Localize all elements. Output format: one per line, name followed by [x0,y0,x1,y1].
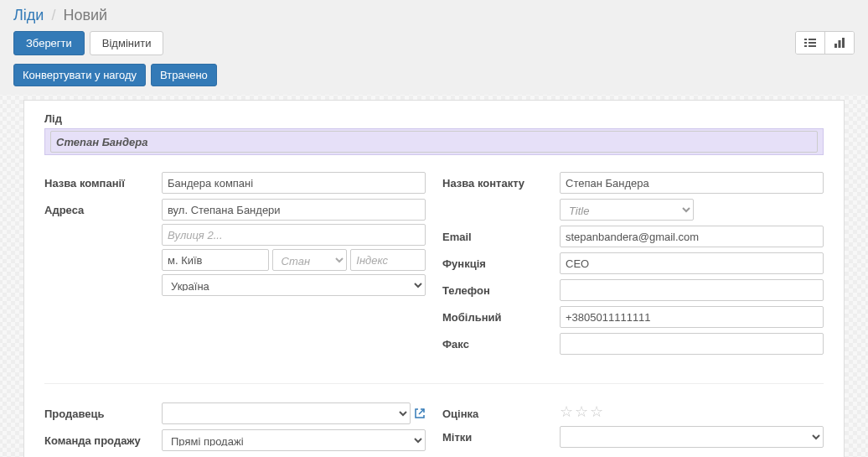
chart-view-button[interactable] [825,32,854,54]
email-label: Email [442,226,560,243]
list-icon [804,37,816,49]
function-input[interactable] [560,252,824,274]
breadcrumb-current: Новий [63,7,107,23]
save-button[interactable]: Зберегти [13,31,85,55]
svg-rect-1 [809,39,816,40]
company-input[interactable] [162,172,426,194]
svg-rect-0 [804,39,807,40]
email-input[interactable] [560,226,824,247]
contact-label: Назва контакту [442,172,560,190]
tags-select[interactable] [560,426,824,448]
svg-rect-3 [809,42,816,44]
company-label: Назва компанії [44,172,162,190]
city-input[interactable] [162,249,269,271]
country-select[interactable]: Україна [162,274,426,296]
view-switcher [795,31,855,55]
breadcrumb-parent[interactable]: Ліди [13,7,44,23]
phone-input[interactable] [560,279,824,301]
phone-label: Телефон [442,279,560,297]
fax-label: Факс [442,333,560,351]
mobile-input[interactable] [560,306,824,328]
state-select[interactable]: Стан [272,249,348,271]
svg-rect-7 [839,40,841,48]
function-label: Функція [442,252,560,270]
breadcrumb: Ліди / Новий [13,7,855,24]
team-select[interactable]: Прямі продажі [162,429,426,451]
external-link-icon[interactable] [414,408,426,419]
address-label: Адреса [44,199,162,216]
street2-input[interactable] [162,224,426,246]
svg-rect-2 [804,42,807,44]
lead-name-input[interactable] [50,131,818,153]
section-separator [44,383,824,384]
svg-rect-4 [804,45,807,47]
convert-button[interactable]: Конвертувати у нагоду [13,64,146,86]
title-select[interactable]: Title [560,199,694,221]
breadcrumb-sep: / [51,7,55,23]
zip-input[interactable] [350,249,426,271]
svg-rect-8 [842,38,845,48]
list-view-button[interactable] [796,32,825,54]
seller-select[interactable] [162,402,411,424]
svg-rect-6 [834,44,837,48]
fax-input[interactable] [560,333,824,355]
street1-input[interactable] [162,199,426,221]
seller-label: Продавець [44,402,162,420]
bar-chart-icon [834,37,845,49]
mobile-label: Мобільний [442,306,560,324]
discard-button[interactable]: Відмінити [90,31,164,55]
star-icon[interactable]: ☆ [590,402,603,421]
star-icon[interactable]: ☆ [560,402,573,421]
team-label: Команда продажу [44,429,162,447]
svg-rect-5 [809,45,816,47]
rating-label: Оцінка [442,402,560,420]
rating-stars[interactable]: ☆ ☆ ☆ [560,402,824,421]
tags-label: Мітки [442,426,560,444]
star-icon[interactable]: ☆ [575,402,588,421]
form-sheet: Лід Назва компанії Адреса [23,100,845,457]
title-spacer [442,199,560,204]
contact-input[interactable] [560,172,824,194]
lead-label: Лід [44,112,824,125]
lost-button[interactable]: Втрачено [151,64,217,86]
